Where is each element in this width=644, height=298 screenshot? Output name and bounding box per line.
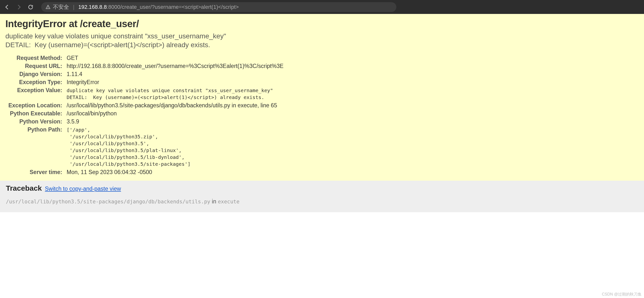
error-type: IntegrityError — [6, 18, 66, 29]
security-status: 不安全 — [53, 3, 69, 11]
meta-value-server-time: Mon, 11 Sep 2023 06:04:32 -0500 — [64, 168, 284, 176]
meta-value-python-version: 3.5.9 — [64, 118, 284, 126]
meta-label-server-time: Server time: — [6, 168, 64, 176]
meta-label-python-executable: Python Executable: — [6, 110, 64, 118]
switch-view-link[interactable]: Switch to copy-and-paste view — [45, 185, 121, 192]
meta-label-exception-location: Exception Location: — [6, 101, 64, 110]
address-bar[interactable]: 不安全 | 192.168.8.8:8000/create_user/?user… — [41, 2, 396, 12]
traceback-section: Traceback Switch to copy-and-paste view … — [0, 181, 644, 212]
table-row: Server time: Mon, 11 Sep 2023 06:04:32 -… — [6, 168, 284, 176]
meta-label-exception-value: Exception Value: — [6, 86, 64, 101]
arrow-right-icon — [16, 4, 22, 10]
meta-label-python-path: Python Path: — [6, 126, 64, 168]
meta-label-request-method: Request Method: — [6, 54, 64, 62]
nav-icons-group — [4, 4, 34, 10]
url-divider: | — [73, 4, 74, 10]
frame-function: execute — [218, 199, 240, 205]
table-row: Exception Value: duplicate key value vio… — [6, 86, 284, 101]
traceback-heading: Traceback — [6, 184, 42, 192]
frame-in-word: in — [210, 198, 218, 205]
table-row: Python Path: ['/app', '/usr/local/lib/py… — [6, 126, 284, 168]
reload-button[interactable] — [28, 4, 34, 10]
meta-value-exception-type: IntegrityError — [64, 78, 284, 86]
meta-label-exception-type: Exception Type: — [6, 78, 64, 86]
meta-value-request-url: http://192.168.8.8:8000/create_user/?use… — [64, 62, 284, 70]
table-row: Exception Location: /usr/local/lib/pytho… — [6, 101, 284, 110]
table-row: Python Executable: /usr/local/bin/python — [6, 110, 284, 118]
meta-value-django-version: 1.11.4 — [64, 70, 284, 78]
warning-icon — [46, 5, 50, 9]
reload-icon — [28, 4, 34, 10]
request-meta-table: Request Method: GET Request URL: http://… — [6, 54, 284, 176]
table-row: Django Version: 1.11.4 — [6, 70, 284, 78]
table-row: Exception Type: IntegrityError — [6, 78, 284, 86]
table-row: Request Method: GET — [6, 54, 284, 62]
error-path: /create_user/ — [80, 18, 139, 29]
browser-toolbar: 不安全 | 192.168.8.8:8000/create_user/?user… — [0, 0, 644, 14]
meta-label-request-url: Request URL: — [6, 62, 64, 70]
arrow-left-icon — [4, 4, 10, 10]
table-row: Python Version: 3.5.9 — [6, 118, 284, 126]
meta-value-exception-location: /usr/local/lib/python3.5/site-packages/d… — [64, 101, 284, 110]
exception-message: duplicate key value violates unique cons… — [6, 32, 638, 50]
frame-path: /usr/local/lib/python3.5/site-packages/d… — [6, 199, 210, 205]
url-host: 192.168.8.8 — [78, 4, 107, 10]
meta-label-python-version: Python Version: — [6, 118, 64, 126]
back-button[interactable] — [4, 4, 10, 10]
error-title: IntegrityError at /create_user/ — [6, 18, 638, 29]
url-text: 192.168.8.8:8000/create_user/?username=<… — [78, 4, 239, 10]
table-row: Request URL: http://192.168.8.8:8000/cre… — [6, 62, 284, 70]
traceback-frame: /usr/local/lib/python3.5/site-packages/d… — [6, 198, 638, 205]
forward-button[interactable] — [16, 4, 22, 10]
url-path: :8000/create_user/?username=<script>aler… — [107, 4, 239, 10]
meta-label-django-version: Django Version: — [6, 70, 64, 78]
error-at-word: at — [66, 18, 80, 29]
meta-value-request-method: GET — [64, 54, 284, 62]
error-summary: IntegrityError at /create_user/ duplicat… — [0, 14, 644, 181]
meta-value-python-executable: /usr/local/bin/python — [64, 110, 284, 118]
meta-value-exception-value: duplicate key value violates unique cons… — [67, 87, 284, 101]
meta-value-python-path: ['/app', '/usr/local/lib/python35.zip', … — [67, 126, 284, 167]
